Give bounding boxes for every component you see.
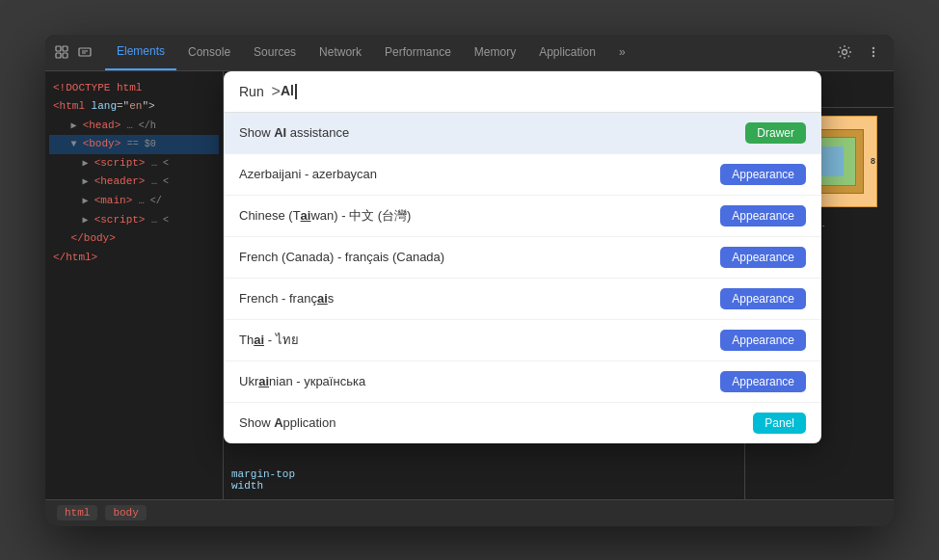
tab-elements[interactable]: Elements [105, 35, 176, 71]
appearance-button-ukrainian[interactable]: Appearance [720, 371, 806, 392]
tab-sources[interactable]: Sources [242, 35, 308, 71]
dom-line-main[interactable]: ▶ <main> … </ [49, 192, 219, 211]
tab-bar: Elements Console Sources Network Perform… [45, 35, 894, 71]
gear-icon[interactable] [832, 40, 857, 65]
dom-line-script2[interactable]: ▶ <script> … < [49, 211, 219, 230]
tab-network[interactable]: Network [308, 35, 373, 71]
tab-more[interactable]: » [607, 35, 637, 71]
dom-line-close-body[interactable]: </body> [49, 229, 219, 249]
command-run-label: Run [239, 84, 264, 99]
toolbar-right [832, 40, 886, 65]
command-item-azerbaijani[interactable]: Azerbaijani - azerbaycan Appearance [224, 154, 821, 196]
dom-line-html[interactable]: <html lang="en"> [49, 97, 219, 117]
command-palette: Run > Al Show AI assistance Drawer [224, 71, 821, 443]
tab-console[interactable]: Console [176, 35, 242, 71]
svg-point-10 [872, 55, 874, 57]
tab-memory[interactable]: Memory [463, 35, 527, 71]
center-panel: Run > Al Show AI assistance Drawer [224, 71, 744, 499]
svg-rect-0 [56, 46, 61, 51]
svg-rect-3 [63, 53, 67, 58]
dom-line-header[interactable]: ▶ <header> … < [49, 173, 219, 192]
appearance-button-french-canada[interactable]: Appearance [720, 247, 806, 268]
svg-rect-1 [63, 46, 67, 51]
devtools-window: Elements Console Sources Network Perform… [45, 35, 894, 526]
panel-button[interactable]: Panel [753, 413, 806, 434]
dom-line-doctype[interactable]: <!DOCTYPE html [49, 79, 219, 98]
box-number: 8 [871, 156, 875, 166]
dom-line-head[interactable]: ▶ <head> … </h [49, 117, 219, 136]
appearance-button-chinese-taiwan[interactable]: Appearance [720, 205, 806, 227]
command-item-thai[interactable]: Thai - ไทย Appearance [224, 320, 821, 361]
appearance-button-thai[interactable]: Appearance [720, 330, 806, 351]
tab-application[interactable]: Application [527, 35, 607, 71]
command-input-text[interactable]: Al [281, 83, 297, 99]
command-item-french-canada[interactable]: French (Canada) - français (Canada) Appe… [224, 237, 821, 279]
svg-point-7 [843, 50, 847, 55]
elements-panel: <!DOCTYPE html <html lang="en"> ▶ <head>… [45, 71, 224, 499]
cursor-icon[interactable] [53, 43, 70, 61]
command-list: Show AI assistance Drawer Azerbaijani - … [224, 113, 821, 443]
drawer-button[interactable]: Drawer [745, 122, 806, 144]
breadcrumb-html[interactable]: html [57, 505, 97, 520]
command-prefix: > [272, 83, 281, 100]
command-item-ukrainian[interactable]: Ukrainian - українська Appearance [224, 361, 821, 403]
more-icon[interactable] [861, 40, 886, 65]
appearance-button-french[interactable]: Appearance [720, 288, 806, 309]
svg-point-8 [872, 47, 874, 49]
command-item-french[interactable]: French - français Appearance [224, 279, 821, 320]
tab-performance[interactable]: Performance [373, 35, 463, 71]
svg-rect-2 [56, 53, 61, 58]
dom-line-body[interactable]: ▼ <body> == $0 [49, 135, 219, 154]
inspector-icon[interactable] [76, 43, 94, 61]
command-item-show-application[interactable]: Show Application Panel [224, 403, 821, 443]
svg-rect-4 [79, 48, 91, 56]
styles-section: margin-top width [224, 461, 744, 499]
breadcrumb-body[interactable]: body [105, 505, 146, 520]
svg-point-9 [872, 51, 874, 53]
toolbar-icons [53, 43, 94, 61]
dom-line-script1[interactable]: ▶ <script> … < [49, 154, 219, 173]
appearance-button-azerbaijani[interactable]: Appearance [720, 164, 806, 185]
command-item-show-ai[interactable]: Show AI assistance Drawer [224, 113, 821, 154]
command-input-row: Run > Al [224, 71, 821, 113]
main-content: <!DOCTYPE html <html lang="en"> ▶ <head>… [45, 71, 894, 499]
command-item-chinese-taiwan[interactable]: Chinese (Taiwan) - 中文 (台灣) Appearance [224, 196, 821, 237]
bottom-bar: html body [45, 499, 894, 526]
dom-line-close-html[interactable]: </html> [49, 249, 219, 268]
